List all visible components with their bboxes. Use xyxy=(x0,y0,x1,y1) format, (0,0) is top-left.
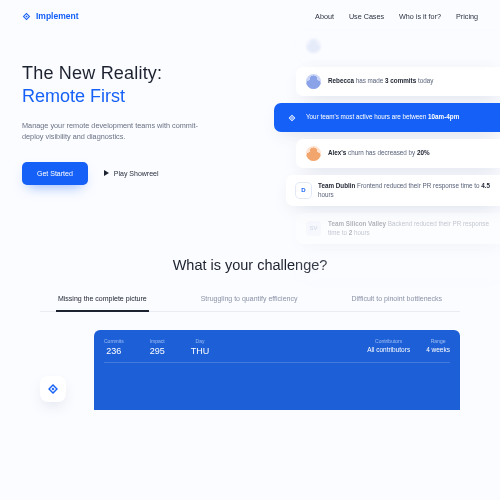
select-range[interactable]: Range 4 weeks xyxy=(426,338,450,356)
play-label: Play Showreel xyxy=(114,170,159,177)
play-icon xyxy=(104,170,109,176)
play-showreel-button[interactable]: Play Showreel xyxy=(104,170,159,177)
nav-use-cases[interactable]: Use Cases xyxy=(349,12,384,21)
team-chip xyxy=(306,258,321,273)
stat-day: Day THU xyxy=(191,338,210,356)
tab-missing-picture[interactable]: Missing the complete picture xyxy=(56,295,149,312)
hero-title-line1: The New Reality: xyxy=(22,63,252,84)
hero-subtitle: Manage your remote development teams wit… xyxy=(22,121,212,143)
avatar-icon xyxy=(306,38,321,53)
nav-who[interactable]: Who is it for? xyxy=(399,12,441,21)
feed-card-faded-top xyxy=(296,31,500,60)
feed-card-churn: Alex's churn has decreased by 20% xyxy=(296,139,500,168)
avatar-icon xyxy=(306,74,321,89)
avatar-icon xyxy=(306,146,321,161)
diamond-icon xyxy=(22,12,31,21)
brand[interactable]: Implement xyxy=(22,11,79,21)
feed-card-active-hours: Your team's most active hours are betwee… xyxy=(274,103,500,132)
select-contributors[interactable]: Contributors All contributors xyxy=(367,338,410,356)
hero-title-line2: Remote First xyxy=(22,86,252,107)
feed-card-faded-bottom xyxy=(296,251,500,280)
diamond-icon xyxy=(47,383,59,395)
dashboard-panel: Commits 236 Impact 295 Day THU Contribut… xyxy=(94,330,460,410)
brand-label: Implement xyxy=(36,11,79,21)
team-chip: SV xyxy=(306,221,321,236)
nav-about[interactable]: About xyxy=(315,12,334,21)
diamond-icon xyxy=(284,110,299,125)
stat-commits: Commits 236 xyxy=(104,338,124,356)
get-started-button[interactable]: Get Started xyxy=(22,162,88,185)
stat-impact: Impact 295 xyxy=(150,338,165,356)
tab-quantify-efficiency[interactable]: Struggling to quantify efficiency xyxy=(199,295,300,311)
sidebar-fab[interactable] xyxy=(40,376,66,402)
feed-card-team-dublin: D Team Dublin Frontend reduced their PR … xyxy=(286,175,500,206)
nav-pricing[interactable]: Pricing xyxy=(456,12,478,21)
feed-card-commits: Rebecca has made 3 commits today xyxy=(296,67,500,96)
tab-pinpoint-bottlenecks[interactable]: Difficult to pinoint bottlenecks xyxy=(349,295,444,311)
feed-card-team-sv: SV Team Silicon Valley Backend reduced t… xyxy=(296,213,500,244)
team-chip: D xyxy=(296,183,311,198)
